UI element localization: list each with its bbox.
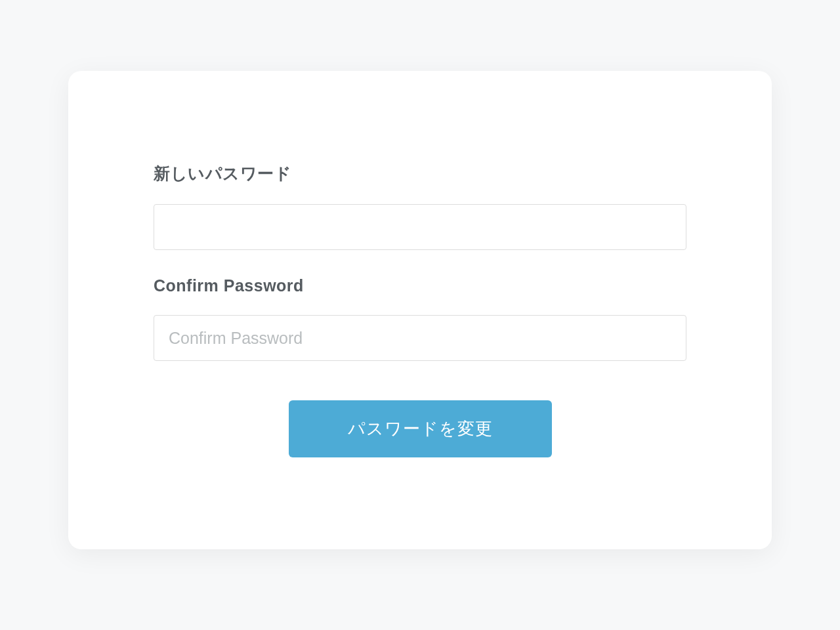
confirm-password-group: Confirm Password (154, 276, 686, 361)
change-password-button[interactable]: パスワードを変更 (289, 400, 552, 457)
confirm-password-input[interactable] (154, 315, 686, 361)
submit-wrap: パスワードを変更 (154, 400, 686, 457)
new-password-group: 新しいパスワード (154, 163, 686, 250)
confirm-password-label: Confirm Password (154, 276, 686, 295)
new-password-input[interactable] (154, 204, 686, 250)
password-change-card: 新しいパスワード Confirm Password パスワードを変更 (68, 71, 772, 549)
new-password-label: 新しいパスワード (154, 163, 686, 184)
